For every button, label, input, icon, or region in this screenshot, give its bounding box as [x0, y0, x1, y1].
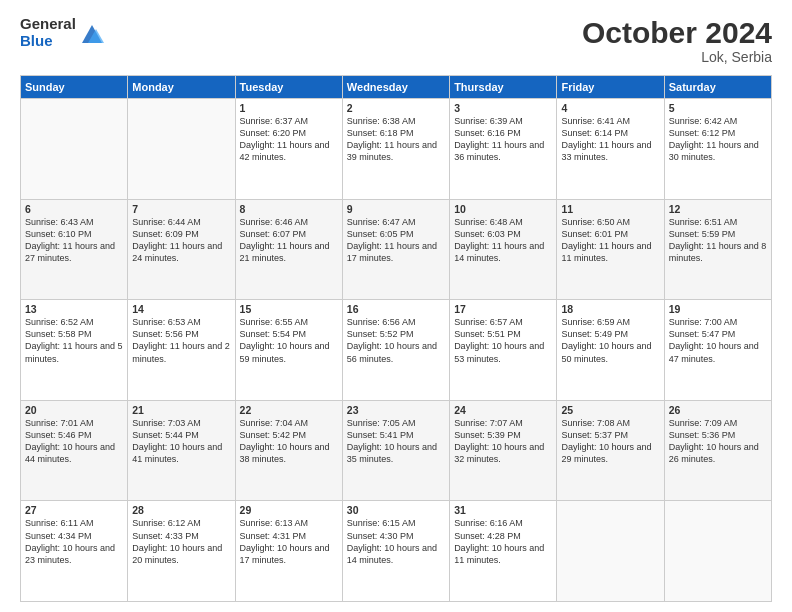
- day-number: 25: [561, 404, 659, 416]
- day-number: 8: [240, 203, 338, 215]
- table-cell: 27Sunrise: 6:11 AM Sunset: 4:34 PM Dayli…: [21, 501, 128, 602]
- day-number: 7: [132, 203, 230, 215]
- day-info: Sunrise: 6:55 AM Sunset: 5:54 PM Dayligh…: [240, 316, 338, 365]
- table-cell: 13Sunrise: 6:52 AM Sunset: 5:58 PM Dayli…: [21, 300, 128, 401]
- day-number: 22: [240, 404, 338, 416]
- title-block: October 2024 Lok, Serbia: [582, 16, 772, 65]
- day-number: 26: [669, 404, 767, 416]
- day-info: Sunrise: 7:00 AM Sunset: 5:47 PM Dayligh…: [669, 316, 767, 365]
- table-cell: 23Sunrise: 7:05 AM Sunset: 5:41 PM Dayli…: [342, 400, 449, 501]
- day-info: Sunrise: 6:52 AM Sunset: 5:58 PM Dayligh…: [25, 316, 123, 365]
- table-cell: 19Sunrise: 7:00 AM Sunset: 5:47 PM Dayli…: [664, 300, 771, 401]
- table-cell: 25Sunrise: 7:08 AM Sunset: 5:37 PM Dayli…: [557, 400, 664, 501]
- logo-blue: Blue: [20, 33, 76, 50]
- day-number: 14: [132, 303, 230, 315]
- table-cell: 8Sunrise: 6:46 AM Sunset: 6:07 PM Daylig…: [235, 199, 342, 300]
- header-friday: Friday: [557, 76, 664, 99]
- day-info: Sunrise: 7:01 AM Sunset: 5:46 PM Dayligh…: [25, 417, 123, 466]
- day-number: 21: [132, 404, 230, 416]
- calendar-row-4: 20Sunrise: 7:01 AM Sunset: 5:46 PM Dayli…: [21, 400, 772, 501]
- day-info: Sunrise: 6:59 AM Sunset: 5:49 PM Dayligh…: [561, 316, 659, 365]
- day-number: 6: [25, 203, 123, 215]
- location: Lok, Serbia: [582, 49, 772, 65]
- table-cell: 7Sunrise: 6:44 AM Sunset: 6:09 PM Daylig…: [128, 199, 235, 300]
- calendar-table: Sunday Monday Tuesday Wednesday Thursday…: [20, 75, 772, 602]
- table-cell: 17Sunrise: 6:57 AM Sunset: 5:51 PM Dayli…: [450, 300, 557, 401]
- header-tuesday: Tuesday: [235, 76, 342, 99]
- day-number: 16: [347, 303, 445, 315]
- day-info: Sunrise: 6:39 AM Sunset: 6:16 PM Dayligh…: [454, 115, 552, 164]
- logo-text: General Blue: [20, 16, 76, 49]
- day-number: 31: [454, 504, 552, 516]
- day-number: 27: [25, 504, 123, 516]
- table-cell: 12Sunrise: 6:51 AM Sunset: 5:59 PM Dayli…: [664, 199, 771, 300]
- logo-icon: [78, 19, 106, 47]
- day-number: 20: [25, 404, 123, 416]
- header-wednesday: Wednesday: [342, 76, 449, 99]
- day-info: Sunrise: 6:46 AM Sunset: 6:07 PM Dayligh…: [240, 216, 338, 265]
- table-cell: [664, 501, 771, 602]
- day-info: Sunrise: 6:41 AM Sunset: 6:14 PM Dayligh…: [561, 115, 659, 164]
- day-info: Sunrise: 6:48 AM Sunset: 6:03 PM Dayligh…: [454, 216, 552, 265]
- day-info: Sunrise: 7:04 AM Sunset: 5:42 PM Dayligh…: [240, 417, 338, 466]
- table-cell: 9Sunrise: 6:47 AM Sunset: 6:05 PM Daylig…: [342, 199, 449, 300]
- day-info: Sunrise: 7:05 AM Sunset: 5:41 PM Dayligh…: [347, 417, 445, 466]
- table-cell: 21Sunrise: 7:03 AM Sunset: 5:44 PM Dayli…: [128, 400, 235, 501]
- day-info: Sunrise: 6:53 AM Sunset: 5:56 PM Dayligh…: [132, 316, 230, 365]
- day-info: Sunrise: 6:47 AM Sunset: 6:05 PM Dayligh…: [347, 216, 445, 265]
- day-number: 19: [669, 303, 767, 315]
- table-cell: 6Sunrise: 6:43 AM Sunset: 6:10 PM Daylig…: [21, 199, 128, 300]
- calendar-row-1: 1Sunrise: 6:37 AM Sunset: 6:20 PM Daylig…: [21, 99, 772, 200]
- day-info: Sunrise: 6:44 AM Sunset: 6:09 PM Dayligh…: [132, 216, 230, 265]
- table-cell: 31Sunrise: 6:16 AM Sunset: 4:28 PM Dayli…: [450, 501, 557, 602]
- calendar-row-2: 6Sunrise: 6:43 AM Sunset: 6:10 PM Daylig…: [21, 199, 772, 300]
- table-cell: 1Sunrise: 6:37 AM Sunset: 6:20 PM Daylig…: [235, 99, 342, 200]
- table-cell: 2Sunrise: 6:38 AM Sunset: 6:18 PM Daylig…: [342, 99, 449, 200]
- table-cell: 4Sunrise: 6:41 AM Sunset: 6:14 PM Daylig…: [557, 99, 664, 200]
- day-number: 1: [240, 102, 338, 114]
- day-number: 5: [669, 102, 767, 114]
- table-cell: [557, 501, 664, 602]
- day-number: 11: [561, 203, 659, 215]
- day-info: Sunrise: 6:16 AM Sunset: 4:28 PM Dayligh…: [454, 517, 552, 566]
- table-cell: 5Sunrise: 6:42 AM Sunset: 6:12 PM Daylig…: [664, 99, 771, 200]
- header-sunday: Sunday: [21, 76, 128, 99]
- table-cell: 16Sunrise: 6:56 AM Sunset: 5:52 PM Dayli…: [342, 300, 449, 401]
- calendar-header-row: Sunday Monday Tuesday Wednesday Thursday…: [21, 76, 772, 99]
- day-info: Sunrise: 7:03 AM Sunset: 5:44 PM Dayligh…: [132, 417, 230, 466]
- header-saturday: Saturday: [664, 76, 771, 99]
- day-number: 17: [454, 303, 552, 315]
- table-cell: 15Sunrise: 6:55 AM Sunset: 5:54 PM Dayli…: [235, 300, 342, 401]
- logo-general: General: [20, 16, 76, 33]
- day-number: 3: [454, 102, 552, 114]
- day-info: Sunrise: 6:11 AM Sunset: 4:34 PM Dayligh…: [25, 517, 123, 566]
- day-number: 12: [669, 203, 767, 215]
- day-number: 2: [347, 102, 445, 114]
- day-info: Sunrise: 6:57 AM Sunset: 5:51 PM Dayligh…: [454, 316, 552, 365]
- table-cell: 11Sunrise: 6:50 AM Sunset: 6:01 PM Dayli…: [557, 199, 664, 300]
- logo: General Blue: [20, 16, 106, 49]
- day-info: Sunrise: 6:43 AM Sunset: 6:10 PM Dayligh…: [25, 216, 123, 265]
- day-info: Sunrise: 6:56 AM Sunset: 5:52 PM Dayligh…: [347, 316, 445, 365]
- day-number: 9: [347, 203, 445, 215]
- day-number: 30: [347, 504, 445, 516]
- table-cell: 28Sunrise: 6:12 AM Sunset: 4:33 PM Dayli…: [128, 501, 235, 602]
- day-info: Sunrise: 6:42 AM Sunset: 6:12 PM Dayligh…: [669, 115, 767, 164]
- day-number: 10: [454, 203, 552, 215]
- day-number: 29: [240, 504, 338, 516]
- month-title: October 2024: [582, 16, 772, 49]
- day-info: Sunrise: 6:37 AM Sunset: 6:20 PM Dayligh…: [240, 115, 338, 164]
- table-cell: 3Sunrise: 6:39 AM Sunset: 6:16 PM Daylig…: [450, 99, 557, 200]
- day-number: 4: [561, 102, 659, 114]
- table-cell: 20Sunrise: 7:01 AM Sunset: 5:46 PM Dayli…: [21, 400, 128, 501]
- table-cell: 30Sunrise: 6:15 AM Sunset: 4:30 PM Dayli…: [342, 501, 449, 602]
- calendar-row-5: 27Sunrise: 6:11 AM Sunset: 4:34 PM Dayli…: [21, 501, 772, 602]
- table-cell: 14Sunrise: 6:53 AM Sunset: 5:56 PM Dayli…: [128, 300, 235, 401]
- day-info: Sunrise: 6:12 AM Sunset: 4:33 PM Dayligh…: [132, 517, 230, 566]
- table-cell: [128, 99, 235, 200]
- day-info: Sunrise: 7:08 AM Sunset: 5:37 PM Dayligh…: [561, 417, 659, 466]
- day-number: 24: [454, 404, 552, 416]
- page: General Blue October 2024 Lok, Serbia Su…: [0, 0, 792, 612]
- day-info: Sunrise: 6:51 AM Sunset: 5:59 PM Dayligh…: [669, 216, 767, 265]
- day-number: 23: [347, 404, 445, 416]
